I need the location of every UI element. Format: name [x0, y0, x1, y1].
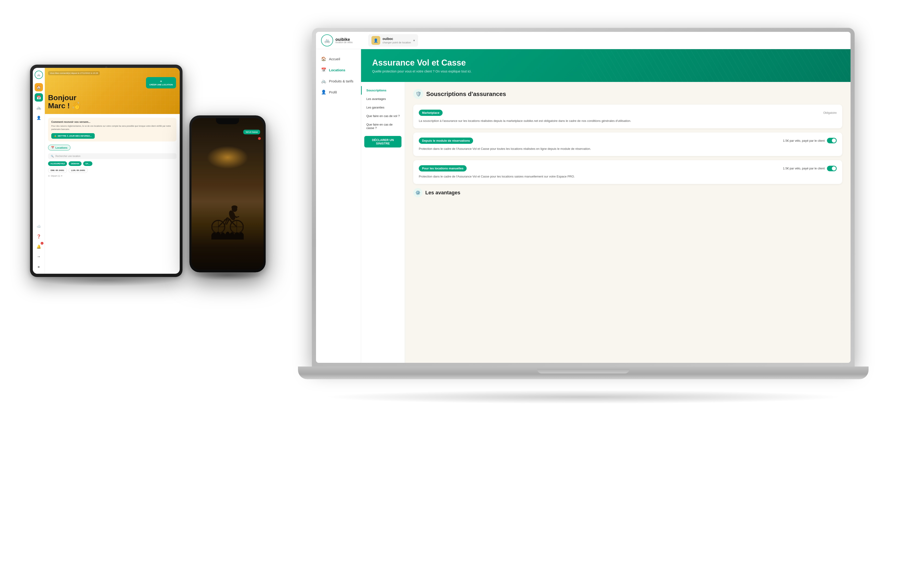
phone-screen: Vol et Casse [192, 118, 263, 269]
laptop-drop-shadow [323, 390, 844, 404]
module-price: 1.5€ par vélo, payé par le client [783, 138, 837, 143]
nav-item-locations[interactable]: 📅 Locations [316, 64, 361, 76]
module-price-text: 1.5€ par vélo, payé par le client [783, 139, 825, 142]
tablet-update-button[interactable]: 🔒 METTRE À JOUR MES INFORMA... [51, 133, 95, 139]
nav-label-produits: Produits & tarifs [329, 79, 354, 83]
tablet-bike-icon: 🚲 [37, 73, 40, 76]
phone-overlay-chip: Vol et Casse [243, 130, 260, 134]
filter-chip-dim[interactable]: DIM. 08 JANV. [48, 168, 67, 173]
filter-chip-today[interactable]: AUJOURD'HUI [48, 161, 67, 166]
cyclist-silhouette [212, 184, 244, 240]
avantages-icon: ⚙️ [413, 188, 423, 197]
laptop-screen: 🚲 ouibike location de vélos 👤 ouiboc cha… [316, 32, 851, 363]
insurance-card-header-3: Pour les locations manuelles 1.5€ par vé… [419, 165, 837, 171]
laptop-user-info: ouiboc changer point de location [383, 37, 411, 44]
insurance-card-manual: Pour les locations manuelles 1.5€ par vé… [413, 160, 842, 184]
scene: 🚲 ouibike location de vélos 👤 ouiboc cha… [0, 0, 924, 577]
manual-toggle[interactable] [827, 166, 837, 171]
create-location-button[interactable]: + CRÉER UNE LOCATION [146, 77, 176, 89]
laptop-header: 🚲 ouibike location de vélos 👤 ouiboc cha… [316, 32, 851, 49]
tablet-bell-icon[interactable]: 🔔 2 [35, 242, 43, 251]
hero-pattern [582, 49, 851, 82]
filter-chip-lun[interactable]: LUN. 09 JANV. [69, 168, 88, 173]
tablet-filter-row-2: DIM. 08 JANV. LUN. 09 JANV. [48, 168, 176, 173]
laptop-wrapper: 🚲 ouibike location de vélos 👤 ouiboc cha… [312, 28, 855, 397]
phone-body: Vol et Casse [189, 115, 266, 272]
tablet-greeting-area: Bonjour Marc ! 👋 [48, 94, 81, 110]
filter-chip-sa[interactable]: SA... [83, 161, 92, 166]
nav-item-accueil[interactable]: 🏠 Accueil [316, 53, 361, 64]
tablet-expand-icon[interactable]: » [35, 263, 43, 271]
tablet-logout-icon[interactable]: → [35, 253, 43, 261]
tablet-connected-msg: Vous êtes connecté(e) depuis le 27/12/20… [48, 71, 100, 75]
section2-title-row: ⚙️ Les avantages [413, 188, 842, 197]
nav-item-produits[interactable]: 🚲 Produits & tarifs [316, 76, 361, 87]
tablet-home-icon[interactable]: 🏠 [35, 83, 43, 92]
tablet-drop-shadow [38, 275, 175, 286]
laptop-sidebar: 🏠 Accueil 📅 Locations 🚲 Produits & tarif… [316, 49, 361, 363]
tablet-body: 🚲 🏠 📅 🚲 👤 ☁️ ❓ 🔔 2 → » [30, 64, 183, 277]
manual-badge: Pour les locations manuelles [419, 165, 467, 171]
laptop-logo-area: 🚲 ouibike location de vélos [321, 34, 363, 47]
section2-title: Les avantages [425, 190, 460, 196]
menu-item-casse[interactable]: Que faire en cas de casse ? [361, 120, 405, 132]
laptop-detail: 🛡️ Souscriptions d'assurances Marketplac… [405, 82, 851, 363]
tablet-user-nav-icon[interactable]: 👤 [35, 114, 43, 122]
search-placeholder-text: Rechercher une location [55, 155, 81, 157]
shield-section-icon: 🛡️ [413, 89, 423, 99]
tablet-locations-section: 📅 Locations 🔍 Rechercher une location [48, 145, 176, 177]
tablet-info-title: Comment recevoir vos versem... [51, 121, 173, 123]
calendar-icon: 📅 [321, 68, 326, 73]
tablet-screen: 🚲 🏠 📅 🚲 👤 ☁️ ❓ 🔔 2 → » [33, 68, 180, 274]
laptop-body: 🚲 ouibike location de vélos 👤 ouiboc cha… [312, 28, 855, 367]
tablet-wrapper: 🚲 🏠 📅 🚲 👤 ☁️ ❓ 🔔 2 → » [30, 64, 183, 277]
phone-image: Vol et Casse [192, 118, 263, 269]
insurance-card-module: Depuis le module de réservations 1.5€ pa… [413, 132, 842, 156]
insurance-card-header-2: Depuis le module de réservations 1.5€ pa… [419, 137, 837, 144]
tablet-info-box: Comment recevoir vos versem... Pour des … [48, 118, 176, 142]
manual-price-text: 1.5€ par vélo, payé par le client [783, 167, 825, 170]
locations-badge: 📅 Locations [48, 145, 71, 150]
tablet-greeting-text: Bonjour [48, 93, 76, 102]
tablet-bike-nav-icon[interactable]: 🚲 [35, 103, 43, 112]
module-badge: Depuis le module de réservations [419, 137, 473, 144]
laptop-user-change: changer point de location [383, 41, 411, 44]
declare-sinistre-button[interactable]: DÉCLARER UN SINISTRE [364, 136, 401, 147]
tablet-logo-icon: 🚲 [35, 71, 43, 79]
tablet-content: Vous êtes connecté(e) depuis le 27/12/20… [45, 68, 180, 274]
laptop-logo-icon: 🚲 [321, 34, 333, 47]
home-icon: 🏠 [321, 56, 326, 61]
module-toggle[interactable] [827, 138, 837, 143]
tablet-name-text: Marc ! 👋 [48, 102, 81, 110]
tablet-help-icon[interactable]: ❓ [35, 232, 43, 240]
menu-item-souscriptions[interactable]: Souscriptions [361, 86, 405, 95]
tablet-depart-label: ⊙ Départ (1) ▾ [48, 175, 176, 177]
depart-text: Départ (1) [51, 175, 60, 177]
menu-item-avantages[interactable]: Les avantages [361, 95, 405, 103]
tablet-body-content: Comment recevoir vos versem... Pour des … [45, 114, 180, 181]
insurance-card-header-1: Marketplace Obligatoire [419, 110, 837, 116]
section1-title-row: 🛡️ Souscriptions d'assurances [413, 89, 842, 99]
marketplace-desc: La souscription à l'assurance sur les lo… [419, 119, 837, 123]
nav-item-profil[interactable]: 👤 Profil [316, 87, 361, 98]
manual-desc: Protection dans le cadre de l'Assurance … [419, 174, 837, 179]
laptop-menu-panel: Souscriptions Les avantages Les garantie… [361, 82, 405, 363]
menu-item-garanties[interactable]: Les garanties [361, 103, 405, 112]
tablet-sidebar: 🚲 🏠 📅 🚲 👤 ☁️ ❓ 🔔 2 → » [33, 68, 45, 274]
phone-drop-shadow [193, 270, 262, 280]
update-btn-label: METTRE À JOUR MES INFORMA... [58, 135, 92, 137]
calendar-badge-icon: 📅 [51, 146, 54, 149]
tablet-loc-header: 📅 Locations [48, 145, 176, 150]
laptop-hero: Assurance Vol et Casse Quelle protection… [361, 49, 851, 82]
laptop-user-selector[interactable]: 👤 ouiboc changer point de location ▾ [368, 34, 418, 47]
wave-emoji: 👋 [72, 102, 81, 110]
chevron-down-icon: ▾ [413, 39, 415, 42]
tablet-cloud-icon[interactable]: ☁️ [35, 222, 43, 230]
tablet-calendar-icon[interactable]: 📅 [35, 93, 43, 102]
filter-chip-demain[interactable]: DEMAIN [69, 161, 82, 166]
tablet-search-bar[interactable]: 🔍 Rechercher une location [48, 153, 176, 159]
marketplace-badge: Marketplace [419, 110, 443, 116]
menu-item-vol[interactable]: Que faire en cas de vol ? [361, 112, 405, 120]
nav-label-accueil: Accueil [329, 57, 340, 61]
nav-label-profil: Profil [329, 90, 337, 94]
